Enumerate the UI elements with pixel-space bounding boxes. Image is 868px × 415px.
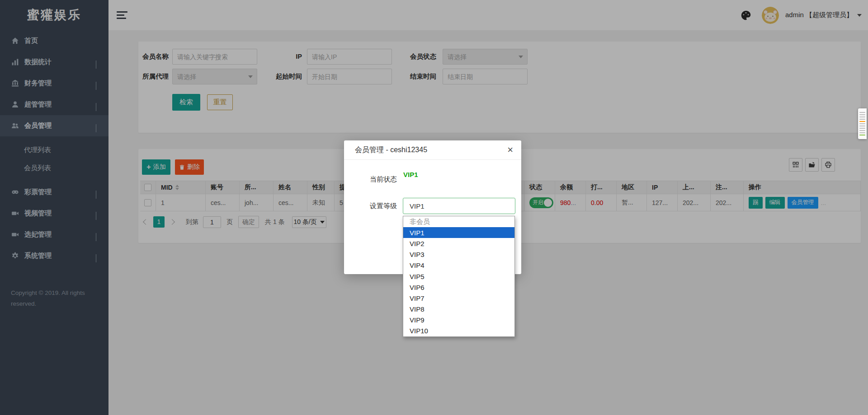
theme-stripe-8 (859, 130, 865, 131)
level-option-VIP10[interactable]: VIP10 (403, 326, 514, 336)
level-option-非会员[interactable]: 非会员 (403, 216, 514, 227)
theme-stripe-5 (859, 123, 865, 125)
level-select[interactable]: VIP1 (403, 198, 515, 214)
app-root: 蜜獾娱乐 首页数据统计财务管理超管管理会员管理代理列表会员列表彩票管理视频管理选… (0, 0, 868, 415)
theme-stripe-6 (859, 126, 865, 127)
theme-stripe-0 (859, 112, 865, 113)
theme-stripe-7 (859, 128, 865, 129)
current-status-value: VIP1 (403, 170, 418, 179)
theme-stripe-2 (859, 117, 865, 118)
set-level-label: 设置等级 (370, 201, 397, 210)
modal-title: 会员管理 - ceshi12345 (355, 145, 427, 155)
level-option-VIP3[interactable]: VIP3 (403, 249, 514, 260)
level-select-dropdown: 非会员VIP1VIP2VIP3VIP4VIP5VIP6VIP7VIP8VIP9V… (403, 216, 515, 337)
level-option-VIP1[interactable]: VIP1 (403, 227, 514, 238)
close-icon[interactable]: × (507, 145, 513, 155)
level-option-VIP9[interactable]: VIP9 (403, 315, 514, 326)
theme-stripe-1 (859, 114, 865, 116)
level-option-VIP2[interactable]: VIP2 (403, 238, 514, 249)
level-option-VIP8[interactable]: VIP8 (403, 304, 514, 315)
modal-header: 会员管理 - ceshi12345 × (344, 140, 521, 160)
theme-stripe-3 (859, 119, 865, 120)
level-option-VIP4[interactable]: VIP4 (403, 260, 514, 271)
theme-stripe-10 (859, 135, 865, 136)
level-option-VIP6[interactable]: VIP6 (403, 282, 514, 293)
level-option-VIP5[interactable]: VIP5 (403, 271, 514, 282)
theme-stripe-9 (859, 132, 865, 134)
theme-strip-widget[interactable] (858, 108, 867, 139)
level-option-VIP7[interactable]: VIP7 (403, 293, 514, 303)
current-status-label: 当前状态 (370, 175, 397, 184)
theme-stripe-4 (859, 121, 865, 122)
